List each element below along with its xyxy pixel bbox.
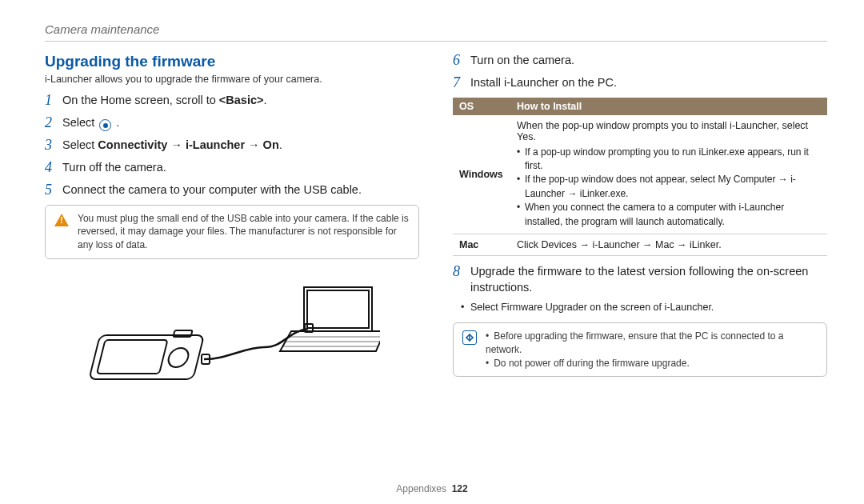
step-list-left: 1 On the Home screen, scroll to <Basic>.… [45,93,419,198]
step-number: 2 [45,115,62,131]
right-column: 6 Turn on the camera. 7 Install i-Launch… [453,53,827,403]
footer-label: Appendixes [396,483,446,494]
step-number: 3 [45,138,62,154]
os-cell: Mac [453,234,510,255]
warning-text: You must plug the small end of the USB c… [78,212,410,252]
step-number: 1 [45,93,62,109]
connection-illustration [45,267,419,403]
text: If the pop-up window does not appear, se… [525,174,718,185]
how-cell: Click Devices → i-Launcher → Mac → iLink… [510,234,827,255]
arrow-icon: → [674,239,690,250]
step-text: Select . [62,115,419,132]
step-1: 1 On the Home screen, scroll to <Basic>. [45,93,419,109]
step-list-right: 6 Turn on the camera. 7 Install i-Launch… [453,53,827,91]
step-text: Turn on the camera. [470,53,827,69]
text: Select [62,138,98,151]
step-6: 6 Turn on the camera. [453,53,827,69]
arrow-icon: → [245,138,263,151]
step-5: 5 Connect the camera to your computer wi… [45,182,419,198]
text: . [113,116,119,129]
step-8: 8 Upgrade the firmware to the latest ver… [453,264,827,295]
page-footer: Appendixes 122 [0,483,864,494]
firmware-upgrader-label: Firmware Upgrader [501,302,587,313]
svg-rect-0 [89,335,204,379]
left-column: Upgrading the firmware i-Launcher allows… [45,53,419,403]
yes-label: Yes [517,131,533,142]
text: When the pop-up window prompts you to in… [517,120,808,131]
text: . [718,239,721,250]
basic-label: <Basic> [219,94,264,106]
col-os: OS [453,98,510,115]
menu-path: On [263,138,279,151]
camera-laptop-svg [84,271,380,399]
step-text: Connect the camera to your computer with… [62,182,419,198]
table-row-mac: Mac Click Devices → i-Launcher → Mac → i… [453,234,827,255]
step-number: 4 [45,160,62,176]
windows-sublist: If a pop-up window prompting you to run … [517,146,821,229]
svg-rect-6 [307,290,369,328]
step-number: 6 [453,53,470,69]
list-item: When you connect the camera to a compute… [517,201,821,229]
step-4: 4 Turn off the camera. [45,160,419,176]
path-part: iLinker [690,239,718,250]
step-text: Upgrade the firmware to the latest versi… [470,264,827,295]
step-text: Select Connectivity → i-Launcher → On. [62,138,419,154]
path-part: Mac [655,239,674,250]
list-item: Before upgrading the firmware, ensure th… [486,330,818,357]
path-part: Devices [542,239,577,250]
text: on the screen of i-Launcher. [587,302,714,313]
path-part: My Computer [718,174,776,185]
text: Select [62,116,98,129]
step-2: 2 Select . [45,115,419,132]
intro-text: i-Launcher allows you to upgrade the fir… [45,74,419,85]
path-part: iLinker.exe [580,188,626,199]
page-number: 122 [452,483,468,494]
col-how: How to Install [510,98,827,115]
list-item: If a pop-up window prompting you to run … [517,146,821,174]
text: . [626,188,628,199]
svg-point-2 [166,348,190,367]
text: . [533,131,535,142]
manual-page: Camera maintenance Upgrading the firmwar… [0,0,864,504]
divider [45,41,827,42]
arrow-icon: → [565,188,580,199]
info-note: Before upgrading the firmware, ensure th… [453,322,827,377]
step-number: 5 [45,182,62,198]
info-icon [462,330,478,346]
sub-bullet: Select Firmware Upgrader on the screen o… [453,302,827,313]
info-list: Before upgrading the firmware, ensure th… [486,330,818,370]
menu-path: i-Launcher [186,138,245,151]
svg-rect-1 [97,340,167,374]
step-text: On the Home screen, scroll to <Basic>. [62,93,419,109]
text: . [279,138,282,151]
section-header: Camera maintenance [45,22,827,36]
step-3: 3 Select Connectivity → i-Launcher → On. [45,138,419,154]
path-part: i-Launcher [592,239,639,250]
text: Click [517,239,542,250]
page-title: Upgrading the firmware [45,53,419,70]
list-item: If the pop-up window does not appear, se… [517,173,821,201]
warning-note: You must plug the small end of the USB c… [45,205,419,259]
text: Select [470,302,501,313]
step-list-right-2: 8 Upgrade the firmware to the latest ver… [453,264,827,295]
text: . [263,94,266,106]
arrow-icon: → [167,138,186,151]
table-header-row: OS How to Install [453,98,827,115]
how-cell: When the pop-up window prompts you to in… [510,115,827,234]
arrow-icon: → [577,239,592,250]
step-number: 8 [453,264,470,280]
step-7: 7 Install i-Launcher on the PC. [453,75,827,91]
step-number: 7 [453,75,470,91]
arrow-icon: → [640,239,655,250]
text: On the Home screen, scroll to [62,94,219,106]
install-table: OS How to Install Windows When the pop-u… [453,98,827,256]
arrow-icon: → [776,174,791,185]
two-column-layout: Upgrading the firmware i-Launcher allows… [45,53,827,403]
warning-icon [54,212,70,228]
target-icon [99,119,111,131]
menu-path: Connectivity [98,138,167,151]
os-cell: Windows [453,115,510,234]
table-row-windows: Windows When the pop-up window prompts y… [453,115,827,234]
list-item: Do not power off during the firmware upg… [486,357,818,370]
step-text: Turn off the camera. [62,160,419,176]
